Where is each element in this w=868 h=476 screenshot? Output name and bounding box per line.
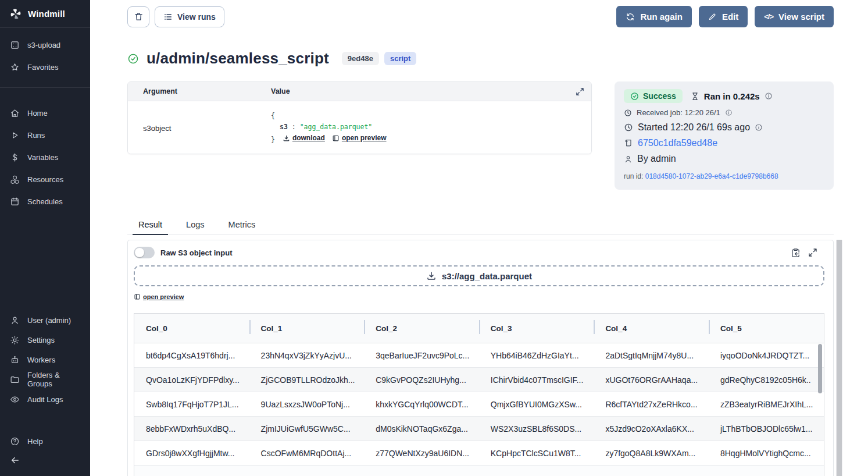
delete-button[interactable] xyxy=(127,6,149,27)
pencil-icon xyxy=(708,12,717,21)
panel-preview-icon xyxy=(332,134,340,142)
column-header: Col_4 xyxy=(594,324,709,333)
argument-column-header: Argument xyxy=(143,87,271,95)
open-preview-link[interactable]: open preview xyxy=(134,293,184,300)
sidebar-item-favorites[interactable]: Favorites xyxy=(0,56,90,78)
copy-to-clipboard-icon[interactable] xyxy=(791,248,801,258)
check-circle-icon xyxy=(630,92,639,101)
scroll-icon xyxy=(624,138,633,148)
argument-value: { s3 : "agg_data.parquet" } xyxy=(271,111,584,145)
table-cell: WS2X3uzSBL8f6S0DS... xyxy=(479,424,594,434)
argument-name: s3object xyxy=(143,124,271,133)
sidebar-item-label: Resources xyxy=(27,175,63,184)
brand-row[interactable]: Windmill xyxy=(0,0,90,28)
hash-badge: 9ed48e xyxy=(342,52,379,65)
sidebar-item-home[interactable]: Home xyxy=(0,102,90,124)
main-nav: Home Runs Variables Res xyxy=(0,94,90,216)
sidebar-item-label: Help xyxy=(27,437,43,446)
table-row-partial xyxy=(134,466,824,476)
sidebar-item-resources[interactable]: Resources xyxy=(0,168,90,190)
run-again-label: Run again xyxy=(640,12,683,22)
user-icon xyxy=(624,155,633,164)
s3-file-download-button[interactable]: s3://agg_data.parquet xyxy=(134,265,824,286)
sidebar: Windmill s3-upload Favorites xyxy=(0,0,90,476)
title-row: u/admin/seamless_script 9ed48e script xyxy=(127,49,834,68)
run-again-button[interactable]: Run again xyxy=(616,6,692,27)
open-preview-label: open preview xyxy=(342,133,387,144)
edit-button[interactable]: Edit xyxy=(699,6,748,27)
result-panel-scrollbar[interactable] xyxy=(836,240,842,476)
sidebar-item-help[interactable]: Help xyxy=(0,431,90,451)
received-job-text: Received job: 12:20 26/1 xyxy=(637,108,720,117)
sidebar-item-workers[interactable]: Workers xyxy=(0,350,90,370)
run-id-row: run id: 018d4580-1072-ab29-e6a4-c1de9798… xyxy=(624,172,824,180)
table-cell: QvOa1oLzKFjYDFPdlxy... xyxy=(134,375,249,385)
raw-s3-toggle[interactable] xyxy=(134,247,155,258)
table-cell: C9kGvPOQZs2IUHyhg... xyxy=(364,375,479,385)
sidebar-item-settings[interactable]: Settings xyxy=(0,330,90,350)
edit-label: Edit xyxy=(722,12,738,22)
view-runs-button[interactable]: View runs xyxy=(155,6,224,27)
table-row: GDrs0j8wXXgfHgjjMtw...CscOFwM6MRqDOttAj.… xyxy=(134,441,824,466)
job-hash-link[interactable]: 6750c1dfa59ed48e xyxy=(638,138,717,148)
view-script-button[interactable]: </> View script xyxy=(755,6,834,27)
table-row: Swb8Iq17FqHjoT7P1JL...9UazLsxzsJW0oPToNj… xyxy=(134,392,824,417)
sidebar-item-variables[interactable]: Variables xyxy=(0,146,90,168)
arguments-table: Argument Value s3object { s3 : "agg_data… xyxy=(127,81,592,154)
ran-in-text: Ran in 0.242s xyxy=(704,91,760,101)
sidebar-item-folders-groups[interactable]: Folders & Groups xyxy=(0,370,90,389)
tab-logs[interactable]: Logs xyxy=(184,220,206,235)
script-type-badge: script xyxy=(384,52,416,65)
help-icon xyxy=(10,436,20,446)
table-cell: x5Jzd9cO2oXAxla6KX... xyxy=(594,424,709,434)
result-panel-scrollbar-thumb[interactable] xyxy=(837,240,842,476)
sidebar-item-label: Variables xyxy=(27,153,58,162)
download-icon xyxy=(283,134,290,142)
expand-icon[interactable] xyxy=(808,248,817,258)
collapse-sidebar-icon[interactable] xyxy=(10,455,20,466)
info-icon xyxy=(725,109,733,116)
run-id-link[interactable]: 018d4580-1072-ab29-e6a4-c1de9798b668 xyxy=(645,172,778,180)
table-cell: 2aDtSgtIqMnjjM74y8U... xyxy=(594,351,709,360)
column-header: Col_0 xyxy=(134,324,249,333)
clock-icon xyxy=(624,123,633,132)
table-cell: dM0sKikNOTaqGx6Zga... xyxy=(364,424,479,434)
sidebar-item-label: Favorites xyxy=(27,63,58,72)
download-icon xyxy=(426,271,437,281)
play-icon xyxy=(10,130,20,140)
sidebar-item-label: s3-upload xyxy=(27,41,60,49)
result-panel: Raw S3 object input xyxy=(127,240,834,476)
json-string-value: "agg_data.parquet" xyxy=(300,123,373,131)
sidebar-item-label: Home xyxy=(27,109,48,118)
table-cell: khxkYGCqYrlq00WCDT... xyxy=(364,400,479,409)
sidebar-item-runs[interactable]: Runs xyxy=(0,124,90,146)
calendar-icon xyxy=(10,197,20,207)
clock-icon xyxy=(624,109,632,117)
sidebar-item-label: Audit Logs xyxy=(27,395,63,404)
info-icon xyxy=(755,123,763,132)
app-window-icon xyxy=(10,40,20,50)
sidebar-item-label: Schedules xyxy=(27,197,63,206)
json-brace-open: { xyxy=(271,111,584,122)
tab-metrics[interactable]: Metrics xyxy=(227,220,258,235)
download-link[interactable]: download xyxy=(283,133,325,144)
sidebar-divider xyxy=(0,87,90,88)
column-header: Col_5 xyxy=(709,324,824,333)
table-cell: YHb64iB46ZdHzGIaYt... xyxy=(479,351,594,360)
sidebar-item-s3-upload[interactable]: s3-upload xyxy=(0,34,90,56)
table-scrollbar-thumb[interactable] xyxy=(818,344,822,393)
column-header: Col_2 xyxy=(364,324,479,333)
table-cell: ZjmIJUiGwfU5GWw5C... xyxy=(249,424,365,434)
table-row: bt6dp4CgXsA19T6hdrj...23hN4qxV3jZkYyAzjv… xyxy=(134,343,824,368)
table-cell: iyqoODoNk4JRDQTZT... xyxy=(709,351,824,360)
table-scrollbar[interactable] xyxy=(818,344,822,476)
tab-result[interactable]: Result xyxy=(137,220,164,235)
sidebar-item-user[interactable]: User (admin) xyxy=(0,310,90,330)
download-label: download xyxy=(292,133,325,144)
result-table-body: bt6dp4CgXsA19T6hdrj...23hN4qxV3jZkYyAzjv… xyxy=(134,343,824,466)
sidebar-item-audit-logs[interactable]: Audit Logs xyxy=(0,389,90,409)
open-preview-link[interactable]: open preview xyxy=(332,133,387,144)
sidebar-item-schedules[interactable]: Schedules xyxy=(0,190,90,212)
expand-icon[interactable] xyxy=(576,87,584,96)
table-cell: gdReQhyC8192c05H6k.. xyxy=(709,375,824,385)
